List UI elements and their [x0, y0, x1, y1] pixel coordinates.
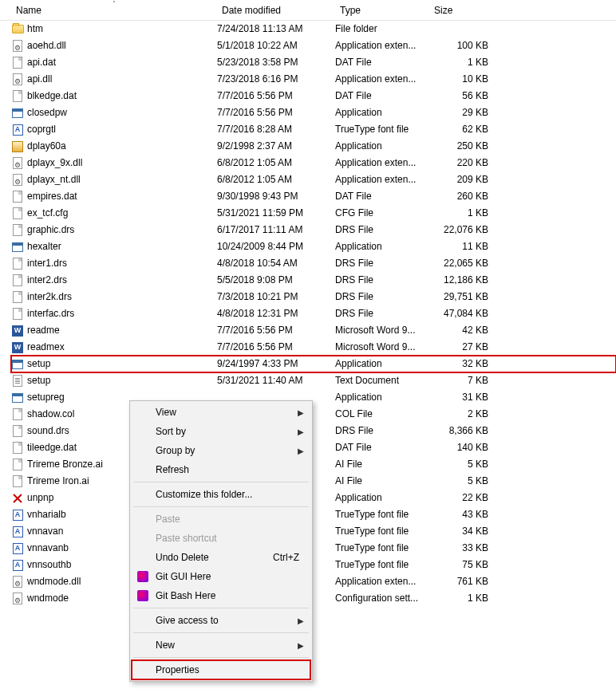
file-date: 7/3/2018 10:21 PM	[217, 289, 335, 305]
file-type: Application	[335, 104, 429, 121]
file-name: vnnavanb	[27, 540, 69, 557]
file-row[interactable]: wndmode.dllApplication exten...761 KB	[11, 573, 616, 590]
file-name: interfac.drs	[27, 305, 74, 322]
file-name: api.dll	[27, 71, 52, 88]
column-header-size[interactable]: Size	[429, 2, 493, 19]
menu-item-sort-by[interactable]: Sort by ▶	[132, 422, 310, 441]
file-name: graphic.drs	[27, 222, 74, 238]
menu-item-label: Git Bash Here	[156, 590, 215, 601]
file-type: DRS File	[335, 272, 429, 289]
file-row[interactable]: wndmodeConfiguration sett...1 KB	[11, 590, 616, 607]
file-date: 5/31/2021 11:40 AM	[217, 372, 335, 389]
file-row[interactable]: setupregApplication31 KB	[11, 389, 616, 406]
git-icon	[136, 589, 149, 602]
file-name: coprgtl	[27, 121, 56, 138]
file-row[interactable]: tileedge.datDAT File140 KB	[11, 439, 616, 456]
file-size: 761 KB	[429, 573, 493, 590]
file-row[interactable]: sound.drsDRS File8,366 KB	[11, 423, 616, 439]
file-row[interactable]: vnnsouthbTrueType font file75 KB	[11, 557, 616, 573]
file-date: 7/7/2016 8:28 AM	[217, 121, 335, 138]
file-row[interactable]: Trireme Bronze.aiAI File5 KB	[11, 456, 616, 473]
file-row[interactable]: blkedge.dat7/7/2016 5:56 PMDAT File56 KB	[11, 88, 616, 104]
file-date: 7/23/2018 6:16 PM	[217, 71, 335, 88]
file-type: Application exten...	[335, 171, 429, 188]
file-row[interactable]: closedpw7/7/2016 5:56 PMApplication29 KB	[11, 104, 616, 121]
file-row[interactable]: setup9/24/1997 4:33 PMApplication32 KB	[11, 356, 616, 372]
file-row[interactable]: dplay60a9/2/1998 2:37 AMApplication250 K…	[11, 138, 616, 155]
menu-item-customize-folder[interactable]: Customize this folder...	[132, 485, 310, 504]
file-row[interactable]: readmex7/7/2016 5:56 PMMicrosoft Word 9.…	[11, 339, 616, 356]
file-size: 12,186 KB	[429, 272, 493, 289]
menu-item-view[interactable]: View ▶	[132, 403, 310, 422]
menu-item-label: View	[156, 407, 176, 418]
file-date: 6/8/2012 1:05 AM	[217, 155, 335, 171]
file-row[interactable]: interfac.drs4/8/2018 12:31 PMDRS File47,…	[11, 305, 616, 322]
gear-icon	[11, 593, 24, 605]
file-row[interactable]: htm7/24/2018 11:13 AMFile folder	[11, 21, 616, 37]
file-type: DAT File	[335, 54, 429, 71]
file-row[interactable]: setup5/31/2021 11:40 AMText Document7 KB	[11, 372, 616, 389]
file-row[interactable]: inter1.drs4/8/2018 10:54 AMDRS File22,06…	[11, 255, 616, 272]
menu-item-refresh[interactable]: Refresh	[132, 460, 310, 479]
file-name: closedpw	[27, 104, 67, 121]
file-name: Trireme Bronze.ai	[27, 456, 103, 473]
file-row[interactable]: dplayx_9x.dll6/8/2012 1:05 AMApplication…	[11, 155, 616, 171]
file-row[interactable]: api.dat5/23/2018 3:58 PMDAT File1 KB	[11, 54, 616, 71]
file-type: DRS File	[335, 222, 429, 238]
menu-item-label: Git GUI Here	[156, 571, 211, 582]
file-date: 5/5/2018 9:08 PM	[217, 272, 335, 289]
file-row[interactable]: coprgtl7/7/2016 8:28 AMTrueType font fil…	[11, 121, 616, 138]
menu-item-label: Refresh	[156, 464, 189, 475]
menu-separator	[133, 608, 309, 608]
file-row[interactable]: vnnavanbTrueType font file33 KB	[11, 540, 616, 557]
ai-icon	[11, 475, 24, 488]
page-icon	[11, 207, 24, 220]
file-row[interactable]: aoehd.dll5/1/2018 10:22 AMApplication ex…	[11, 37, 616, 54]
file-row[interactable]: vnnavanTrueType font file34 KB	[11, 523, 616, 540]
submenu-arrow-icon: ▶	[298, 447, 304, 455]
file-type: COL File	[335, 406, 429, 423]
file-size: 22 KB	[429, 490, 493, 506]
menu-item-label: Undo Delete	[156, 552, 209, 563]
file-row[interactable]: inter2.drs5/5/2018 9:08 PMDRS File12,186…	[11, 272, 616, 289]
menu-item-new[interactable]: New ▶	[132, 636, 310, 655]
file-name: htm	[27, 21, 43, 37]
file-row[interactable]: ex_tcf.cfg5/31/2021 11:59 PMCFG File1 KB	[11, 205, 616, 222]
file-row[interactable]: hexalter10/24/2009 8:44 PMApplication11 …	[11, 238, 616, 255]
file-size: 56 KB	[429, 88, 493, 104]
gear-icon	[11, 174, 24, 187]
menu-item-git-bash[interactable]: Git Bash Here	[132, 586, 310, 605]
file-row[interactable]: api.dll7/23/2018 6:16 PMApplication exte…	[11, 71, 616, 88]
file-type: AI File	[335, 456, 429, 473]
column-header-type[interactable]: Type	[335, 2, 429, 19]
file-row[interactable]: graphic.drs6/17/2017 11:11 AMDRS File22,…	[11, 222, 616, 238]
column-header-name[interactable]: Name ˄	[11, 2, 217, 19]
file-row[interactable]: shadow.colCOL File2 KB	[11, 406, 616, 423]
menu-item-label: Sort by	[156, 426, 186, 437]
context-menu: View ▶ Sort by ▶ Group by ▶ Refresh Cust…	[129, 400, 313, 682]
file-size: 1 KB	[429, 54, 493, 71]
file-type: TrueType font file	[335, 506, 429, 523]
file-size: 31 KB	[429, 389, 493, 406]
file-row[interactable]: readme7/7/2016 5:56 PMMicrosoft Word 9..…	[11, 322, 616, 339]
file-row[interactable]: empires.dat9/30/1998 9:43 PMDAT File260 …	[11, 188, 616, 205]
file-size: 29,751 KB	[429, 289, 493, 305]
menu-item-properties[interactable]: Properties	[132, 660, 310, 679]
menu-item-group-by[interactable]: Group by ▶	[132, 441, 310, 460]
file-row[interactable]: dplayx_nt.dll6/8/2012 1:05 AMApplication…	[11, 171, 616, 188]
file-size: 32 KB	[429, 356, 493, 372]
file-row[interactable]: Trireme Iron.aiAI File5 KB	[11, 473, 616, 490]
file-size: 5 KB	[429, 473, 493, 490]
file-row[interactable]: unpnpApplication22 KB	[11, 490, 616, 506]
file-size: 34 KB	[429, 523, 493, 540]
menu-item-give-access[interactable]: Give access to ▶	[132, 611, 310, 630]
menu-item-undo-delete[interactable]: Undo Delete Ctrl+Z	[132, 548, 310, 567]
file-name: vnnavan	[27, 523, 63, 540]
menu-item-git-gui[interactable]: Git GUI Here	[132, 567, 310, 586]
column-header-date[interactable]: Date modified	[217, 2, 335, 19]
file-row[interactable]: inter2k.drs7/3/2018 10:21 PMDRS File29,7…	[11, 289, 616, 305]
file-date: 5/1/2018 10:22 AM	[217, 37, 335, 54]
file-row[interactable]: vnharialbTrueType font file43 KB	[11, 506, 616, 523]
menu-item-paste-shortcut: Paste shortcut	[132, 529, 310, 548]
x-icon	[11, 492, 24, 505]
